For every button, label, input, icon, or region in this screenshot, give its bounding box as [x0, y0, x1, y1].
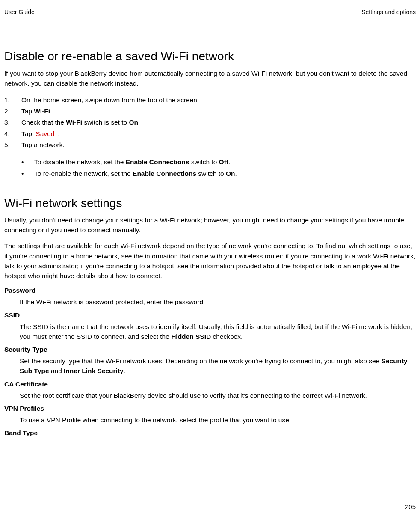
def-desc-vpn: To use a VPN Profile when connecting to …: [20, 415, 416, 425]
page-number: 205: [405, 503, 416, 510]
saved-link[interactable]: Saved: [35, 130, 56, 137]
bullet-marker: •: [21, 168, 34, 179]
def-term-vpn: VPN Profiles: [4, 405, 416, 412]
step-item: 3. Check that the Wi-Fi switch is set to…: [4, 117, 416, 128]
step-text: Tap Saved .: [21, 128, 60, 139]
definition-list: Password If the Wi-Fi network is passwor…: [4, 287, 416, 437]
def-term-ca: CA Certificate: [4, 380, 416, 388]
def-desc-password: If the Wi-Fi network is password protect…: [20, 297, 416, 307]
section-2-p2: The settings that are available for each…: [4, 241, 416, 281]
bullet-item: • To disable the network, set the Enable…: [21, 157, 416, 168]
def-term-security: Security Type: [4, 346, 416, 353]
step-item: 1. On the home screen, swipe down from t…: [4, 95, 416, 106]
step-text: On the home screen, swipe down from the …: [21, 95, 199, 106]
bullet-marker: •: [21, 157, 34, 168]
header-left: User Guide: [4, 9, 35, 15]
step-number: 3.: [4, 117, 21, 128]
step-number: 4.: [4, 128, 21, 139]
def-desc-ca: Set the root certificate that your Black…: [20, 391, 416, 400]
bullet-list: • To disable the network, set the Enable…: [21, 157, 416, 179]
header-right: Settings and options: [361, 9, 416, 15]
def-desc-ssid: The SSID is the name that the network us…: [20, 322, 416, 342]
step-text: Tap a network.: [21, 139, 65, 151]
section-title-1: Disable or re-enable a saved Wi-Fi netwo…: [4, 50, 416, 63]
step-number: 2.: [4, 106, 21, 117]
step-item: 5. Tap a network.: [4, 139, 416, 151]
step-text: Tap Wi-Fi.: [21, 106, 52, 117]
step-item: 2. Tap Wi-Fi.: [4, 106, 416, 117]
def-term-band: Band Type: [4, 429, 416, 437]
section-title-2: Wi-Fi network settings: [4, 196, 416, 210]
step-number: 1.: [4, 95, 21, 106]
def-term-ssid: SSID: [4, 311, 416, 319]
bullet-text: To disable the network, set the Enable C…: [34, 157, 230, 168]
step-list: 1. On the home screen, swipe down from t…: [4, 95, 416, 151]
step-item: 4. Tap Saved .: [4, 128, 416, 139]
def-desc-security: Set the security type that the Wi-Fi net…: [20, 356, 416, 376]
page-content: Disable or re-enable a saved Wi-Fi netwo…: [0, 50, 420, 437]
bullet-text: To re-enable the network, set the Enable…: [34, 168, 237, 179]
def-term-password: Password: [4, 287, 416, 294]
section-2-p1: Usually, you don't need to change your s…: [4, 215, 416, 235]
page-header: User Guide Settings and options: [0, 0, 420, 15]
section-1-intro: If you want to stop your BlackBerry devi…: [4, 68, 416, 89]
step-number: 5.: [4, 139, 21, 151]
step-text: Check that the Wi-Fi switch is set to On…: [21, 117, 140, 128]
bullet-item: • To re-enable the network, set the Enab…: [21, 168, 416, 179]
